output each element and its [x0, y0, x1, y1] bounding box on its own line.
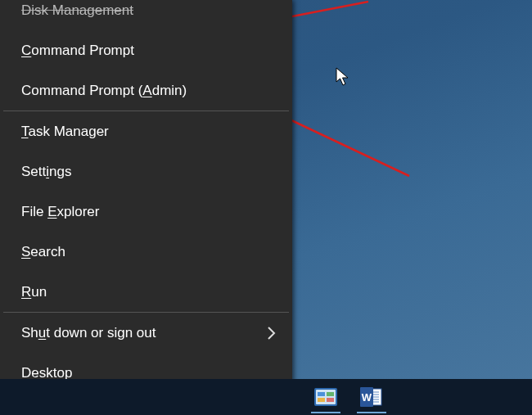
menu-item-task-manager[interactable]: Task Manager — [0, 111, 292, 151]
menu-item-command-prompt[interactable]: Command Prompt — [0, 30, 292, 70]
svg-rect-9 — [327, 398, 334, 402]
menu-item-shut-down[interactable]: Shut down or sign out — [0, 313, 292, 353]
svg-rect-5 — [316, 390, 336, 404]
menu-item-label: Settings — [21, 164, 71, 180]
menu-item-disk-management[interactable]: Disk Management — [0, 0, 292, 30]
menu-item-label: Shut down or sign out — [21, 325, 156, 341]
taskbar-app-word[interactable]: W — [355, 382, 388, 412]
menu-item-command-prompt-admin[interactable]: Command Prompt (Admin) — [0, 70, 292, 111]
svg-text:W: W — [362, 391, 372, 404]
taskbar: W — [0, 379, 532, 415]
menu-item-label: Command Prompt (Admin) — [21, 83, 187, 99]
menu-item-label: Disk Management — [21, 2, 133, 19]
menu-item-settings[interactable]: Settings — [0, 151, 292, 192]
menu-item-label: Task Manager — [21, 124, 109, 140]
taskbar-app-control-panel[interactable] — [309, 382, 342, 412]
menu-item-label: Run — [21, 284, 47, 300]
chevron-right-icon — [267, 326, 276, 341]
winx-menu: Disk ManagementCommand PromptCommand Pro… — [0, 0, 292, 402]
svg-rect-6 — [318, 392, 325, 396]
svg-rect-7 — [327, 392, 334, 396]
menu-item-search[interactable]: Search — [0, 232, 292, 272]
menu-item-label: Command Prompt — [21, 43, 134, 59]
menu-item-label: File Explorer — [21, 204, 99, 220]
svg-rect-8 — [318, 398, 325, 402]
menu-item-label: Search — [21, 244, 65, 260]
menu-item-file-explorer[interactable]: File Explorer — [0, 192, 292, 232]
menu-item-run[interactable]: Run — [0, 272, 292, 312]
